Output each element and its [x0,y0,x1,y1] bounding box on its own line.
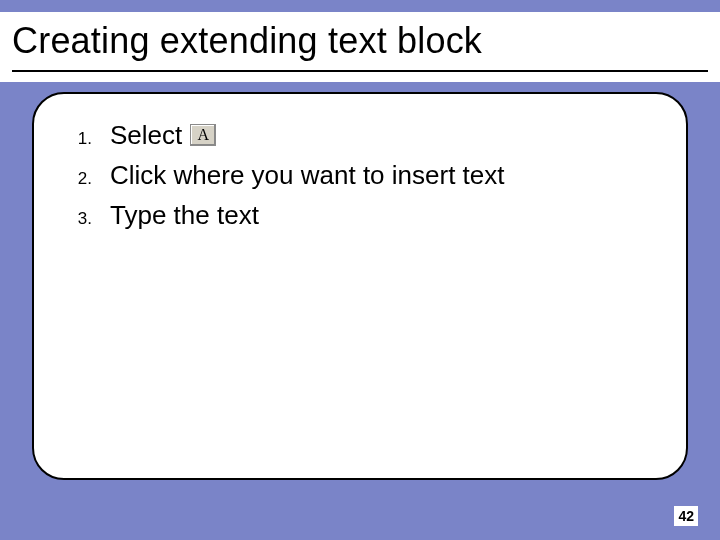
list-item: 2. Click where you want to insert text [70,158,658,194]
step-body: Type the text [110,198,259,232]
step-text: Type the text [110,198,259,232]
step-list: 1. Select A 2. Click where you want to i… [70,118,658,234]
list-item: 3. Type the text [70,198,658,234]
slide: Creating extending text block 1. Select … [0,0,720,540]
step-number: 2. [70,164,92,194]
step-body: Click where you want to insert text [110,158,505,192]
step-body: Select A [110,118,216,152]
text-tool-icon: A [190,124,216,146]
slide-title: Creating extending text block [12,20,708,62]
content-card: 1. Select A 2. Click where you want to i… [32,92,688,480]
title-band: Creating extending text block [0,12,720,82]
page-number: 42 [674,506,698,526]
step-number: 1. [70,124,92,154]
list-item: 1. Select A [70,118,658,154]
step-text: Select [110,118,182,152]
step-number: 3. [70,204,92,234]
step-text: Click where you want to insert text [110,158,505,192]
